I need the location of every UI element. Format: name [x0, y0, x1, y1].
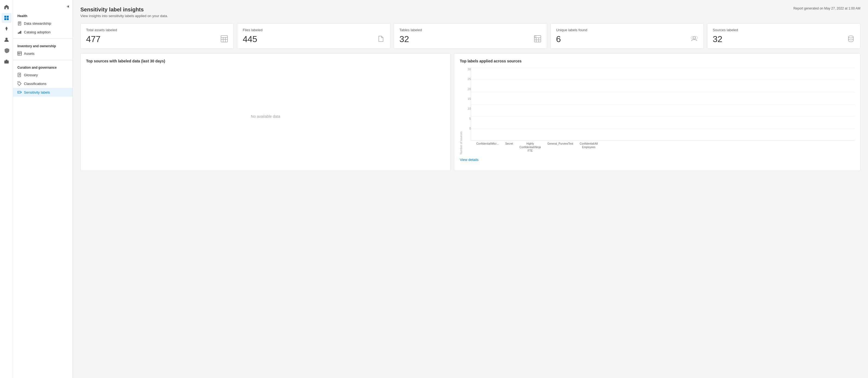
svg-point-21 — [19, 83, 19, 83]
svg-rect-35 — [534, 36, 536, 38]
page-header-left: Sensitivity label insights View insights… — [81, 6, 168, 18]
tag-icon — [18, 82, 22, 86]
top-labels-title: Top labels applied across sources — [460, 59, 855, 63]
inventory-section-label: Inventory and ownership — [13, 41, 72, 49]
metric-value-row: 32 — [713, 34, 855, 44]
health-section-label: Health — [13, 11, 72, 19]
y-label-25: 25 — [468, 77, 471, 81]
metric-value: 32 — [713, 34, 722, 44]
metric-total-assets: Total assets labeled 477 — [81, 23, 234, 49]
sidebar-item-data-stewardship[interactable]: Data stewardship — [13, 19, 72, 28]
metric-tables-labeled: Tables labeled 32 — [394, 23, 547, 49]
svg-rect-5 — [4, 61, 9, 63]
top-labels-chart: Top labels applied across sources Number… — [454, 53, 860, 171]
sidebar-toggle[interactable] — [13, 3, 72, 11]
svg-rect-10 — [18, 33, 19, 34]
main-content: Sensitivity label insights View insights… — [73, 0, 868, 378]
metric-label: Unique labels found — [556, 28, 698, 32]
page-subtitle: View insights into sensitivity labels ap… — [81, 14, 168, 18]
sidebar-item-label: Sensitivity labels — [24, 90, 50, 94]
metric-label: Sources labeled — [713, 28, 855, 32]
x-label-3: HighlyConfidential\NinjaFTE — [520, 141, 541, 154]
sidebar-item-label: Glossary — [24, 73, 38, 77]
bars-row — [471, 68, 855, 140]
person-nav-icon[interactable] — [2, 35, 11, 44]
y-label-20: 20 — [468, 87, 471, 91]
y-label-10: 10 — [468, 107, 471, 110]
metric-value-row: 32 — [399, 34, 541, 44]
briefcase-nav-icon[interactable] — [2, 57, 11, 66]
metric-unique-labels: Unique labels found 6 — [550, 23, 704, 49]
book-icon — [18, 73, 22, 77]
report-date: Report generated on May 27, 2022 at 1:00… — [793, 6, 860, 10]
x-axis-labels: Confidential\Micr... Secret HighlyConfid… — [471, 141, 855, 154]
sidebar-item-label: Assets — [24, 52, 34, 56]
svg-rect-1 — [7, 16, 9, 18]
metric-value: 6 — [556, 34, 561, 44]
home-nav-icon[interactable] — [2, 2, 11, 12]
curation-section-label: Curation and governance — [13, 62, 72, 70]
unique-labels-icon — [690, 35, 698, 43]
metric-label: Files labeled — [243, 28, 385, 32]
chart-icon — [18, 30, 22, 34]
tables-labeled-icon — [534, 35, 541, 43]
svg-point-37 — [691, 36, 694, 39]
svg-point-38 — [695, 36, 698, 39]
sidebar-item-classifications[interactable]: Classifications — [13, 79, 72, 88]
svg-rect-25 — [221, 36, 227, 42]
svg-point-4 — [5, 38, 8, 40]
metric-value-row: 6 — [556, 34, 698, 44]
diamond-nav-icon[interactable] — [2, 24, 11, 34]
svg-rect-13 — [18, 52, 22, 55]
apps-nav-icon[interactable] — [2, 13, 11, 23]
svg-rect-3 — [7, 18, 9, 20]
chart-inner: Number of sources 30 25 20 15 10 5 0 — [460, 68, 855, 154]
x-labels-row: Confidential\Micr... Secret HighlyConfid… — [471, 141, 603, 154]
metric-label: Tables labeled — [399, 28, 541, 32]
x-label-2: Secret — [505, 141, 513, 154]
charts-row: Top sources with labeled data (last 30 d… — [81, 53, 860, 171]
svg-rect-2 — [4, 18, 6, 20]
sidebar-divider-2 — [13, 60, 72, 60]
metric-value: 477 — [86, 34, 100, 44]
view-details-link[interactable]: View details — [460, 158, 478, 162]
top-sources-chart: Top sources with labeled data (last 30 d… — [81, 53, 451, 171]
sidebar-item-assets[interactable]: Assets — [13, 49, 72, 58]
svg-rect-12 — [20, 31, 21, 34]
sidebar-item-glossary[interactable]: Glossary — [13, 70, 72, 79]
metric-value: 445 — [243, 34, 257, 44]
table-icon — [18, 51, 22, 56]
page-header: Sensitivity label insights View insights… — [81, 6, 860, 18]
metrics-row: Total assets labeled 477 Files labeled 4… — [81, 23, 860, 49]
y-label-30: 30 — [468, 68, 471, 71]
y-axis-title: Number of sources — [460, 68, 463, 154]
svg-rect-22 — [18, 91, 21, 93]
total-assets-icon — [220, 35, 228, 43]
label-icon — [18, 90, 22, 94]
metric-value: 32 — [399, 34, 409, 44]
x-label-1: Confidential\Micr... — [476, 141, 498, 154]
metric-sources-labeled: Sources labeled 32 — [707, 23, 860, 49]
metric-label: Total assets labeled — [86, 28, 228, 32]
sidebar-item-sensitivity-labels[interactable]: Sensitivity labels — [13, 88, 72, 97]
svg-point-39 — [848, 36, 853, 38]
sidebar: Health Data stewardship Catalog adoption… — [13, 0, 73, 378]
y-axis: 30 25 20 15 10 5 0 — [463, 68, 471, 141]
bars-area — [471, 68, 855, 141]
clipboard-icon — [18, 21, 22, 26]
page-title: Sensitivity label insights — [81, 6, 168, 13]
svg-rect-11 — [19, 32, 20, 34]
metric-value-row: 445 — [243, 34, 385, 44]
shield-nav-icon[interactable] — [2, 45, 11, 55]
top-sources-title: Top sources with labeled data (last 30 d… — [86, 59, 445, 63]
metric-files-labeled: Files labeled 445 — [237, 23, 391, 49]
sidebar-item-catalog-adoption[interactable]: Catalog adoption — [13, 28, 72, 36]
metric-value-row: 477 — [86, 34, 228, 44]
icon-rail — [0, 0, 13, 378]
y-label-15: 15 — [468, 97, 471, 100]
sidebar-item-label: Catalog adoption — [24, 30, 51, 34]
x-label-4: General_PurviewTest — [547, 141, 573, 154]
no-data-message: No available data — [86, 68, 445, 165]
sidebar-item-label: Classifications — [24, 82, 46, 86]
sidebar-item-label: Data stewardship — [24, 22, 51, 26]
